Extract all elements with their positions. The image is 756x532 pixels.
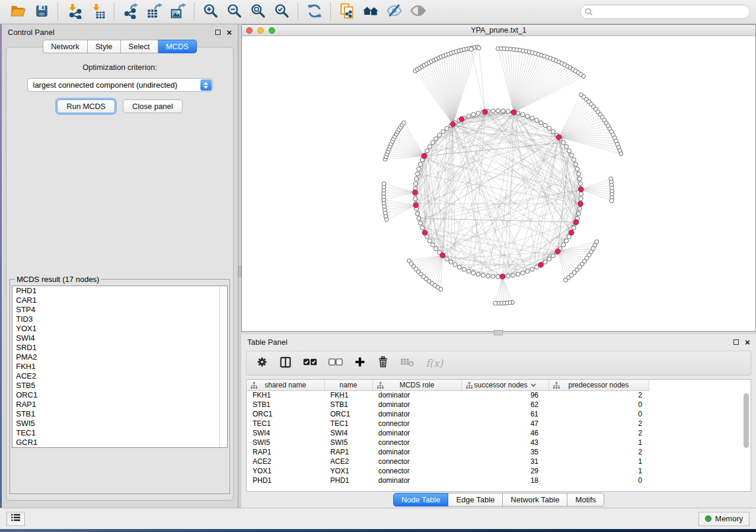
zoom-out-button[interactable] (222, 2, 246, 22)
hide-selected-button[interactable] (382, 2, 406, 22)
float-panel-icon[interactable] (733, 339, 739, 345)
ring-node[interactable] (562, 140, 566, 145)
ring-node[interactable] (419, 162, 423, 166)
mcds-hub-node[interactable] (413, 190, 418, 195)
ring-node[interactable] (575, 167, 579, 171)
cell[interactable]: dominator (372, 476, 461, 485)
cell[interactable]: 0 (548, 476, 649, 485)
tab-node-table[interactable]: Node Table (393, 493, 449, 507)
tab-style[interactable]: Style (88, 40, 121, 53)
tab-select[interactable]: Select (121, 40, 158, 53)
satellite-node[interactable] (402, 121, 406, 125)
network-graph[interactable] (242, 36, 755, 331)
cell[interactable]: 18 (461, 476, 548, 485)
cell[interactable]: 46 (461, 428, 548, 438)
table-row[interactable]: STB1STB1dominator620 (247, 400, 656, 409)
ring-node[interactable] (449, 260, 453, 264)
cell[interactable]: YOX1 (324, 466, 372, 476)
cell[interactable]: 96 (461, 390, 548, 400)
ring-node[interactable] (481, 273, 485, 277)
table-row[interactable]: RAP1RAP1dominator352 (247, 447, 656, 457)
mcds-result-item[interactable]: PHD1 (12, 286, 227, 296)
ring-node[interactable] (567, 149, 571, 153)
table-row[interactable]: ORC1ORC1dominator610 (247, 409, 656, 419)
cell[interactable]: PHD1 (247, 476, 324, 485)
mcds-hub-node[interactable] (573, 220, 579, 225)
scrollbar-thumb[interactable] (744, 393, 749, 448)
ring-node[interactable] (530, 116, 534, 120)
mcds-hub-node[interactable] (569, 230, 574, 235)
ring-node[interactable] (417, 167, 421, 171)
mcds-result-item[interactable]: SWI4 (12, 334, 227, 343)
cell[interactable]: ORC1 (247, 409, 324, 419)
column-header-shared-name[interactable]: shared name (247, 380, 324, 390)
mcds-result-item[interactable]: RAP1 (12, 400, 227, 409)
ring-node[interactable] (414, 182, 418, 186)
cell[interactable]: STB1 (324, 400, 372, 409)
ring-node[interactable] (564, 239, 569, 243)
table-scrollbar[interactable] (743, 392, 749, 489)
ring-node[interactable] (430, 243, 435, 247)
create-column-button[interactable] (354, 356, 366, 370)
satellite-node[interactable] (493, 302, 497, 306)
cell[interactable]: connector (372, 419, 461, 428)
import-table-button[interactable] (86, 2, 110, 22)
ring-node[interactable] (570, 153, 574, 157)
satellite-node[interactable] (610, 198, 614, 203)
ring-node[interactable] (501, 109, 505, 113)
delete-table-button-disabled[interactable] (400, 357, 414, 370)
ring-node[interactable] (419, 221, 423, 225)
table-row[interactable]: TEC1TEC1connector472 (247, 419, 656, 428)
ring-node[interactable] (551, 254, 555, 258)
open-session-button[interactable] (6, 2, 30, 22)
export-table-button[interactable] (142, 2, 166, 22)
deselect-all-rows-button[interactable] (328, 357, 343, 370)
ring-node[interactable] (572, 158, 576, 162)
table-row[interactable]: YOX1YOX1connector291 (247, 466, 656, 476)
mcds-result-item[interactable]: YOX1 (12, 324, 227, 334)
cell[interactable]: RAP1 (247, 447, 324, 457)
import-network-button[interactable] (62, 2, 86, 22)
ring-node[interactable] (521, 113, 525, 117)
cell[interactable]: PHD1 (324, 476, 372, 485)
ring-node[interactable] (416, 211, 420, 216)
ring-node[interactable] (539, 121, 543, 125)
ring-node[interactable] (547, 257, 551, 261)
ring-node[interactable] (453, 262, 457, 267)
cell[interactable]: 29 (461, 466, 548, 476)
delete-column-button[interactable] (377, 356, 389, 370)
show-panels-button[interactable] (7, 512, 25, 526)
ring-node[interactable] (562, 243, 566, 247)
mcds-result-item[interactable]: GCR1 (12, 438, 227, 447)
cell[interactable]: ACE2 (247, 457, 324, 466)
mcds-result-item[interactable]: STB5 (12, 381, 227, 390)
mcds-result-item[interactable]: ORC1 (12, 390, 227, 400)
ring-node[interactable] (506, 274, 510, 278)
cell[interactable]: dominator (372, 428, 461, 438)
ring-node[interactable] (525, 269, 529, 273)
optimization-criterion-select[interactable]: largest connected component (undirected) (27, 78, 213, 92)
cell[interactable]: RAP1 (324, 447, 372, 457)
ring-node[interactable] (445, 126, 449, 130)
ring-node[interactable] (491, 109, 495, 113)
cell[interactable]: 1 (548, 466, 649, 476)
cell[interactable]: SWI4 (324, 428, 372, 438)
mcds-result-item[interactable]: TID3 (12, 315, 227, 324)
ring-node[interactable] (438, 133, 442, 137)
cell[interactable]: 47 (461, 419, 548, 428)
cell[interactable]: SWI5 (247, 438, 324, 447)
satellite-node[interactable] (564, 278, 568, 282)
search-box[interactable] (580, 5, 750, 19)
mcds-hub-node[interactable] (555, 249, 560, 254)
ring-node[interactable] (428, 145, 432, 149)
tab-mcds[interactable]: MCDS (158, 40, 197, 53)
mcds-hub-node[interactable] (422, 153, 427, 159)
search-input[interactable] (593, 6, 749, 18)
close-panel-icon[interactable]: × (745, 339, 750, 345)
ring-node[interactable] (414, 177, 419, 181)
cell[interactable]: 2 (548, 419, 649, 428)
ring-node[interactable] (416, 172, 420, 176)
ring-node[interactable] (579, 197, 583, 201)
cell[interactable]: 2 (548, 428, 649, 438)
ring-node[interactable] (525, 114, 529, 118)
